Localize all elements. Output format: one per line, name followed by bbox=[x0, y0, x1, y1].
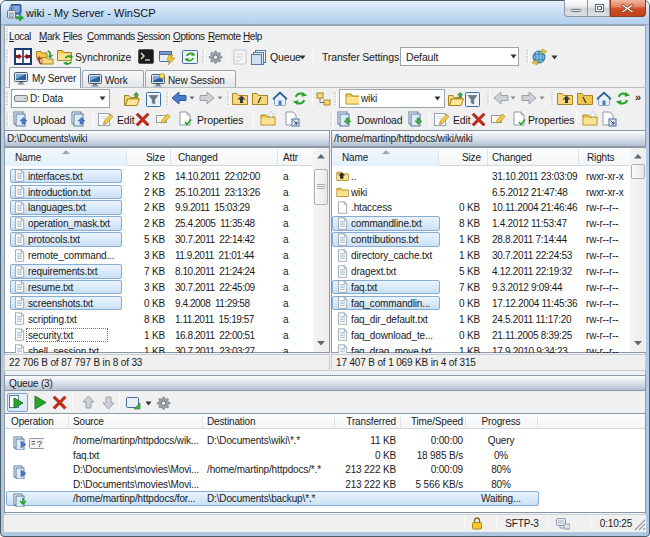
svg-text:?: ? bbox=[37, 439, 42, 449]
